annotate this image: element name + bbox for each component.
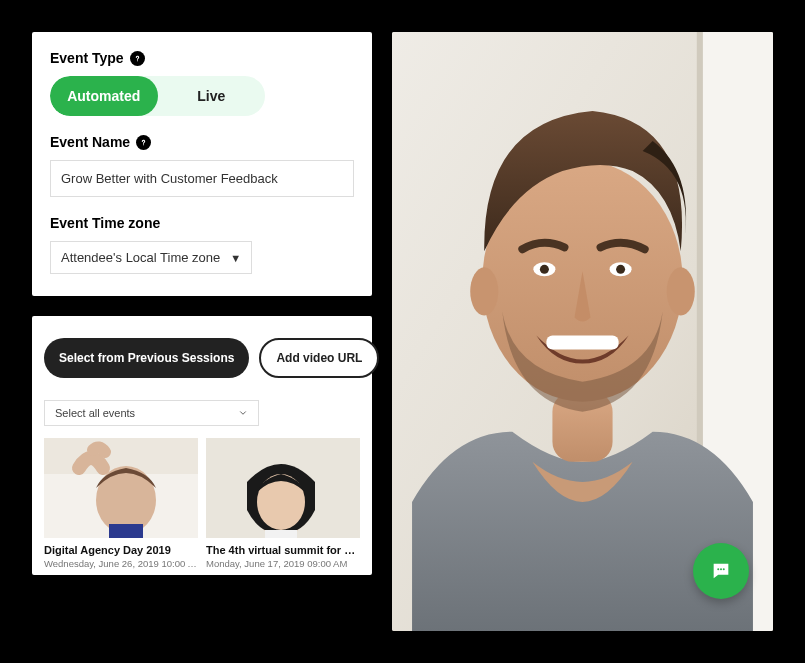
svg-point-14 xyxy=(667,267,695,315)
event-settings-panel: Event Type Automated Live Event Name Eve… xyxy=(32,32,372,296)
svg-rect-7 xyxy=(265,530,297,538)
chat-fab-button[interactable] xyxy=(693,543,749,599)
event-type-text: Event Type xyxy=(50,50,124,66)
svg-rect-19 xyxy=(546,336,618,350)
svg-point-16 xyxy=(540,265,549,274)
svg-rect-3 xyxy=(109,524,143,538)
event-thumb xyxy=(206,438,360,538)
event-tz-select[interactable]: Attendee's Local Time zone ▼ xyxy=(50,241,252,274)
event-name-input[interactable] xyxy=(50,160,354,197)
select-all-events-dropdown[interactable]: Select all events xyxy=(44,400,259,426)
svg-point-20 xyxy=(717,568,719,570)
svg-point-21 xyxy=(720,568,722,570)
toggle-live[interactable]: Live xyxy=(158,76,266,116)
svg-point-2 xyxy=(96,466,156,534)
svg-point-13 xyxy=(470,267,498,315)
event-card[interactable]: Digital Agency Day 2019 Wednesday, June … xyxy=(44,438,198,569)
event-card-title: The 4th virtual summit for agencies - xyxy=(206,544,360,556)
toggle-automated[interactable]: Automated xyxy=(50,76,158,116)
chevron-down-icon xyxy=(238,408,248,418)
event-tz-label: Event Time zone xyxy=(50,215,354,231)
chat-icon xyxy=(710,560,732,582)
event-tz-text: Event Time zone xyxy=(50,215,160,231)
event-card[interactable]: The 4th virtual summit for agencies - Mo… xyxy=(206,438,360,569)
event-type-label: Event Type xyxy=(50,50,354,66)
sessions-panel: Select from Previous Sessions Add video … xyxy=(32,316,372,575)
help-icon[interactable] xyxy=(130,51,145,66)
event-name-label: Event Name xyxy=(50,134,354,150)
event-card-date: Wednesday, June 26, 2019 10:00 AM xyxy=(44,558,198,569)
event-thumb xyxy=(44,438,198,538)
select-all-label: Select all events xyxy=(55,407,135,419)
event-tz-value: Attendee's Local Time zone xyxy=(61,250,220,265)
event-name-text: Event Name xyxy=(50,134,130,150)
help-icon[interactable] xyxy=(136,135,151,150)
hero-image xyxy=(392,32,773,631)
event-card-title: Digital Agency Day 2019 xyxy=(44,544,198,556)
select-previous-sessions-button[interactable]: Select from Previous Sessions xyxy=(44,338,249,378)
event-type-toggle: Automated Live xyxy=(50,76,265,116)
dropdown-caret-icon: ▼ xyxy=(230,252,241,264)
svg-point-18 xyxy=(616,265,625,274)
add-video-url-button[interactable]: Add video URL xyxy=(259,338,379,378)
svg-point-22 xyxy=(723,568,725,570)
event-card-date: Monday, June 17, 2019 09:00 AM xyxy=(206,558,360,569)
